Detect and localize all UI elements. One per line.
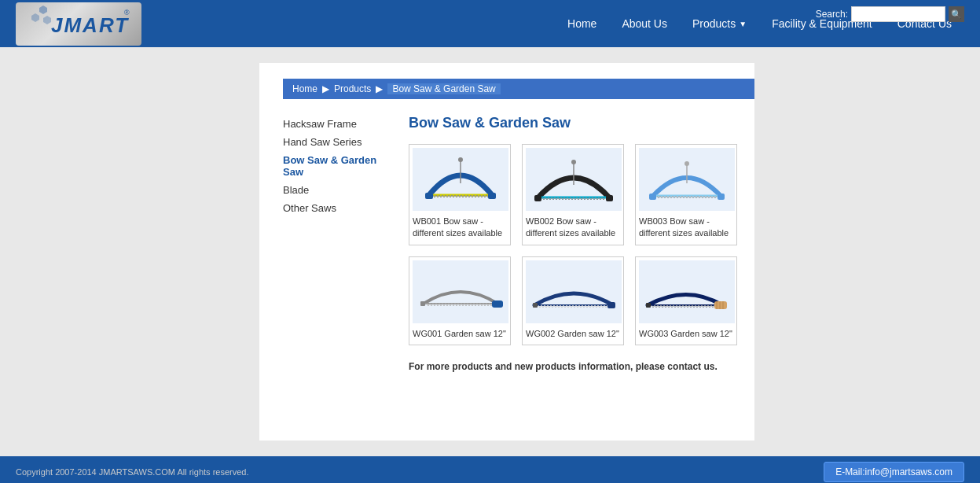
svg-rect-6 bbox=[425, 193, 433, 199]
breadcrumb-current: Bow Saw & Garden Saw bbox=[387, 83, 500, 94]
email-button[interactable]: E-Mail:info@jmartsaws.com bbox=[824, 462, 964, 482]
page-title: Bow Saw & Garden Saw bbox=[409, 115, 737, 131]
product-card-wg002[interactable]: WG002 Garden saw 12" bbox=[522, 256, 624, 345]
more-info-text: For more products and new products infor… bbox=[409, 361, 737, 372]
logo[interactable]: JMART ® bbox=[16, 2, 141, 46]
svg-point-14 bbox=[571, 160, 576, 164]
right-spacer bbox=[754, 63, 980, 441]
svg-rect-16 bbox=[649, 194, 656, 200]
svg-text:®: ® bbox=[124, 9, 130, 17]
svg-rect-24 bbox=[607, 302, 615, 308]
nav-about[interactable]: About Us bbox=[609, 0, 680, 47]
svg-marker-2 bbox=[43, 16, 51, 24]
svg-marker-1 bbox=[31, 13, 39, 22]
product-image-wb002 bbox=[526, 148, 622, 211]
svg-rect-25 bbox=[533, 303, 538, 308]
sidebar-item-blade[interactable]: Blade bbox=[283, 181, 393, 199]
product-label-wb001: WB001 Bow saw -different sizes available bbox=[413, 214, 507, 242]
svg-text:JMART: JMART bbox=[51, 13, 129, 37]
svg-rect-7 bbox=[488, 193, 496, 199]
breadcrumb-sep-1: ▶ bbox=[322, 83, 329, 94]
nav-home[interactable]: Home bbox=[555, 0, 609, 47]
product-label-wb002: WB002 Bow saw -different sizes available bbox=[526, 214, 620, 242]
product-card-wg001[interactable]: WG001 Garden saw 12" bbox=[409, 256, 511, 345]
product-image-wg003 bbox=[639, 260, 735, 323]
product-image-wb003 bbox=[639, 148, 735, 211]
svg-rect-31 bbox=[646, 303, 651, 308]
breadcrumb-sep-2: ▶ bbox=[376, 83, 383, 94]
footer: Copyright 2007-2014 JMARTSAWS.COM All ri… bbox=[0, 456, 980, 483]
svg-rect-22 bbox=[420, 301, 425, 306]
svg-rect-27 bbox=[714, 301, 727, 309]
product-card-wb001[interactable]: WB001 Bow saw -different sizes available bbox=[409, 144, 511, 245]
breadcrumb: Home ▶ Products ▶ Bow Saw & Garden Saw bbox=[283, 79, 754, 99]
header: JMART ® Search: 🔍 Home About Us Products… bbox=[0, 0, 980, 47]
svg-point-19 bbox=[685, 161, 689, 166]
sidebar-item-othersaws[interactable]: Other Saws bbox=[283, 199, 393, 217]
sidebar-item-handsaw[interactable]: Hand Saw Series bbox=[283, 133, 393, 151]
product-label-wg003: WG003 Garden saw 12" bbox=[639, 326, 733, 341]
nav-products[interactable]: Products ▼ bbox=[680, 0, 759, 47]
product-label-wb003: WB003 Bow saw -different sizes available bbox=[639, 214, 733, 242]
product-card-wg003[interactable]: WG003 Garden saw 12" bbox=[635, 256, 737, 345]
product-area: Bow Saw & Garden Saw bbox=[409, 115, 737, 372]
product-label-wg002: WG002 Garden saw 12" bbox=[526, 326, 620, 341]
sidebar: Hacksaw Frame Hand Saw Series Bow Saw & … bbox=[283, 115, 393, 372]
logo-area: JMART ® bbox=[16, 2, 141, 46]
search-button[interactable]: 🔍 bbox=[949, 6, 964, 22]
product-card-wb002[interactable]: WB002 Bow saw -different sizes available bbox=[522, 144, 624, 245]
search-label: Search: bbox=[816, 9, 848, 20]
product-label-wg001: WG001 Garden saw 12" bbox=[413, 326, 507, 341]
svg-marker-0 bbox=[39, 6, 47, 14]
copyright-text: Copyright 2007-2014 JMARTSAWS.COM All ri… bbox=[16, 467, 249, 477]
main-wrapper: Home ▶ Products ▶ Bow Saw & Garden Saw H… bbox=[0, 47, 980, 456]
left-spacer bbox=[0, 63, 244, 441]
sidebar-item-bowsaw[interactable]: Bow Saw & Garden Saw bbox=[283, 151, 393, 181]
product-grid: WB001 Bow saw -different sizes available bbox=[409, 144, 737, 345]
search-input[interactable] bbox=[851, 6, 945, 22]
svg-rect-12 bbox=[606, 195, 613, 201]
sidebar-item-hacksaw[interactable]: Hacksaw Frame bbox=[283, 115, 393, 133]
dropdown-arrow-icon: ▼ bbox=[739, 20, 747, 28]
product-card-wb003[interactable]: WB003 Bow saw -different sizes available bbox=[635, 144, 737, 245]
svg-point-9 bbox=[458, 157, 463, 162]
page-body: Hacksaw Frame Hand Saw Series Bow Saw & … bbox=[283, 115, 731, 372]
content-area: Home ▶ Products ▶ Bow Saw & Garden Saw H… bbox=[259, 63, 754, 441]
breadcrumb-products[interactable]: Products bbox=[334, 83, 371, 94]
svg-rect-11 bbox=[534, 195, 541, 201]
product-image-wb001 bbox=[413, 148, 508, 211]
breadcrumb-home[interactable]: Home bbox=[292, 83, 317, 94]
product-image-wg001 bbox=[413, 260, 508, 323]
svg-rect-21 bbox=[492, 300, 503, 308]
svg-rect-17 bbox=[718, 194, 725, 200]
product-image-wg002 bbox=[526, 260, 622, 323]
